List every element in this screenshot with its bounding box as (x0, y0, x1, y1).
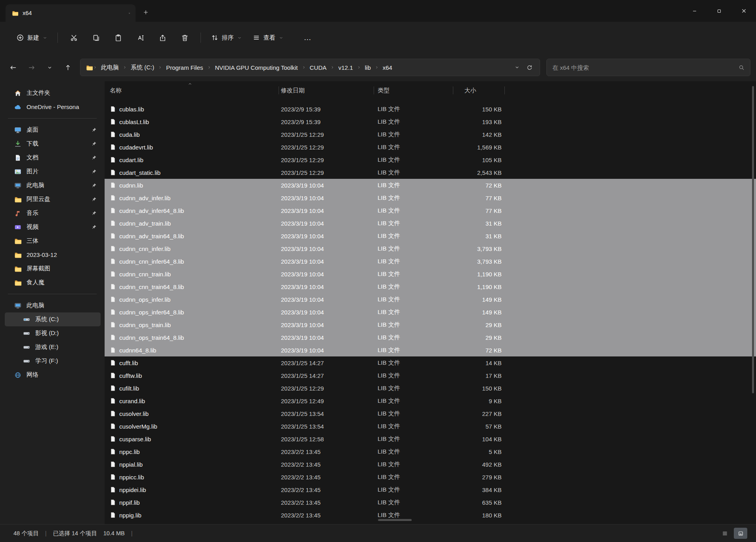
sidebar-item[interactable]: 阿里云盘 (5, 192, 101, 206)
sidebar-item[interactable]: 此电脑 (5, 299, 101, 312)
file-row[interactable]: cudnn_adv_train.lib 2023/3/19 10:04 LIB … (105, 217, 756, 230)
file-row[interactable]: cufftw.lib 2023/1/25 14:27 LIB 文件 17 KB (105, 369, 756, 382)
up-button[interactable] (59, 59, 77, 76)
thumbnail-view-button[interactable] (734, 528, 747, 539)
minimize-button[interactable] (682, 0, 707, 22)
file-row[interactable]: cublasLt.lib 2023/2/9 15:39 LIB 文件 193 K… (105, 115, 756, 128)
address-bar[interactable]: 此电脑 系统 (C:) Program Files NVIDIA GPU Com… (80, 59, 540, 76)
breadcrumb-item[interactable]: 系统 (C:) (127, 62, 158, 73)
file-row[interactable]: cusolverMg.lib 2023/1/25 13:54 LIB 文件 57… (105, 420, 756, 433)
file-row[interactable]: cudnn64_8.lib 2023/3/19 10:04 LIB 文件 72 … (105, 344, 756, 356)
sidebar-item[interactable]: 2023-03-12 (5, 248, 101, 262)
items-count: 48 个项目 (13, 530, 39, 537)
sidebar-item[interactable]: 系统 (C:) (5, 312, 101, 326)
file-row[interactable]: cudnn_cnn_infer.lib 2023/3/19 10:04 LIB … (105, 242, 756, 255)
recent-locations-button[interactable] (40, 59, 59, 76)
sidebar-item[interactable]: 学习 (F:) (5, 354, 101, 368)
sidebar-item[interactable]: 此电脑 (5, 178, 101, 192)
file-row[interactable]: cudnn_adv_infer.lib 2023/3/19 10:04 LIB … (105, 192, 756, 204)
file-row[interactable]: cudnn_cnn_train64_8.lib 2023/3/19 10:04 … (105, 280, 756, 293)
forward-button[interactable] (22, 59, 40, 76)
sidebar-item[interactable]: 网络 (5, 368, 101, 382)
file-row[interactable]: cudadevrt.lib 2023/1/25 12:29 LIB 文件 1,5… (105, 141, 756, 153)
toolbar-button[interactable] (174, 29, 196, 46)
toolbar-button[interactable] (129, 29, 151, 46)
breadcrumb-item[interactable]: v12.1 (335, 62, 357, 73)
search-input[interactable] (547, 64, 739, 71)
file-row[interactable]: curand.lib 2023/1/25 12:49 LIB 文件 9 KB (105, 395, 756, 407)
file-row[interactable]: cublas.lib 2023/2/9 15:39 LIB 文件 150 KB (105, 103, 756, 115)
toolbar-button[interactable] (63, 29, 85, 46)
toolbar-button[interactable] (107, 29, 129, 46)
file-row[interactable]: cufft.lib 2023/1/25 14:27 LIB 文件 14 KB (105, 356, 756, 369)
file-row[interactable]: nppidei.lib 2023/2/2 13:45 LIB 文件 384 KB (105, 483, 756, 496)
file-row[interactable]: cusolver.lib 2023/1/25 13:54 LIB 文件 227 … (105, 407, 756, 420)
file-row[interactable]: cudnn_cnn_train.lib 2023/3/19 10:04 LIB … (105, 268, 756, 280)
file-row[interactable]: cuda.lib 2023/1/25 12:29 LIB 文件 142 KB (105, 128, 756, 141)
breadcrumb-item[interactable]: lib (361, 62, 374, 73)
breadcrumb-item[interactable]: CUDA (306, 62, 330, 73)
file-type: LIB 文件 (374, 397, 453, 405)
sidebar-item[interactable]: 视频 (5, 220, 101, 234)
file-row[interactable]: cudnn_adv_train64_8.lib 2023/3/19 10:04 … (105, 230, 756, 242)
file-icon (110, 512, 116, 518)
sidebar-item[interactable]: 桌面 (5, 123, 101, 137)
file-row[interactable]: cudnn_ops_infer64_8.lib 2023/3/19 10:04 … (105, 306, 756, 318)
file-row[interactable]: cudart_static.lib 2023/1/25 12:29 LIB 文件… (105, 166, 756, 179)
sidebar-item[interactable]: 食人魔 (5, 276, 101, 289)
sidebar-item[interactable]: 屏幕截图 (5, 262, 101, 276)
new-tab-button[interactable] (139, 5, 153, 19)
file-row[interactable]: cufilt.lib 2023/1/25 12:29 LIB 文件 150 KB (105, 382, 756, 395)
back-button[interactable] (4, 59, 22, 76)
file-row[interactable]: nppicc.lib 2023/2/2 13:45 LIB 文件 279 KB (105, 471, 756, 483)
explorer-tab[interactable]: x64 (6, 4, 136, 22)
file-row[interactable]: nppial.lib 2023/2/2 13:45 LIB 文件 492 KB (105, 458, 756, 471)
file-row[interactable]: cudnn.lib 2023/3/19 10:04 LIB 文件 72 KB (105, 179, 756, 192)
file-icon (110, 119, 116, 125)
vertical-scrollbar[interactable] (752, 86, 754, 393)
address-dropdown-icon[interactable] (515, 65, 519, 70)
file-row[interactable]: cudnn_ops_infer.lib 2023/3/19 10:04 LIB … (105, 293, 756, 306)
file-row[interactable]: cudnn_ops_train64_8.lib 2023/3/19 10:04 … (105, 331, 756, 344)
file-row[interactable]: cudart.lib 2023/1/25 12:29 LIB 文件 105 KB (105, 153, 756, 166)
tab-close-icon[interactable] (127, 11, 132, 15)
new-button[interactable]: 新建 (11, 30, 53, 46)
toolbar-button[interactable] (151, 29, 174, 46)
file-type: LIB 文件 (374, 385, 453, 392)
maximize-button[interactable] (707, 0, 731, 22)
sidebar-item[interactable]: 音乐 (5, 206, 101, 220)
more-options-button[interactable]: … (299, 29, 317, 46)
sidebar-item[interactable]: 文档 (5, 151, 101, 165)
sidebar-item[interactable]: 游戏 (E:) (5, 340, 101, 354)
sidebar-item[interactable]: 影视 (D:) (5, 326, 101, 340)
file-row[interactable]: nppc.lib 2023/2/2 13:45 LIB 文件 5 KB (105, 445, 756, 458)
sort-button[interactable]: 排序 (206, 30, 247, 46)
sidebar-item[interactable]: 图片 (5, 165, 101, 178)
toolbar-button[interactable] (85, 29, 107, 46)
sidebar-item[interactable]: 三体 (5, 234, 101, 248)
file-row[interactable]: nppig.lib 2023/2/2 13:45 LIB 文件 180 KB (105, 509, 756, 521)
column-header-type[interactable]: 类型 (374, 81, 453, 100)
column-header-name[interactable]: 名称 (105, 81, 279, 100)
file-row[interactable]: cusparse.lib 2023/1/25 12:58 LIB 文件 104 … (105, 433, 756, 445)
breadcrumb-item[interactable]: Program Files (162, 62, 206, 73)
close-button[interactable] (731, 0, 756, 22)
column-header-date[interactable]: 修改日期 (279, 81, 374, 100)
refresh-icon[interactable] (527, 65, 533, 71)
breadcrumb-item[interactable]: NVIDIA GPU Computing Toolkit (212, 62, 302, 73)
horizontal-scrollbar[interactable] (378, 519, 412, 521)
file-date: 2023/3/19 10:04 (279, 182, 374, 189)
sidebar-item[interactable]: 主文件夹 (5, 86, 101, 100)
file-row[interactable]: nppif.lib 2023/2/2 13:45 LIB 文件 635 KB (105, 496, 756, 509)
picture-icon (14, 168, 21, 175)
sidebar-item[interactable]: 下载 (5, 137, 101, 151)
details-view-button[interactable] (718, 528, 731, 539)
breadcrumb-item[interactable]: 此电脑 (97, 62, 122, 73)
view-button[interactable]: 查看 (247, 30, 289, 46)
column-header-size[interactable]: 大小 (453, 81, 505, 100)
breadcrumb-item[interactable]: x64 (379, 62, 396, 73)
file-row[interactable]: cudnn_adv_infer64_8.lib 2023/3/19 10:04 … (105, 204, 756, 217)
sidebar-item[interactable]: OneDrive - Persona (5, 100, 101, 114)
file-row[interactable]: cudnn_ops_train.lib 2023/3/19 10:04 LIB … (105, 318, 756, 331)
file-row[interactable]: cudnn_cnn_infer64_8.lib 2023/3/19 10:04 … (105, 255, 756, 268)
